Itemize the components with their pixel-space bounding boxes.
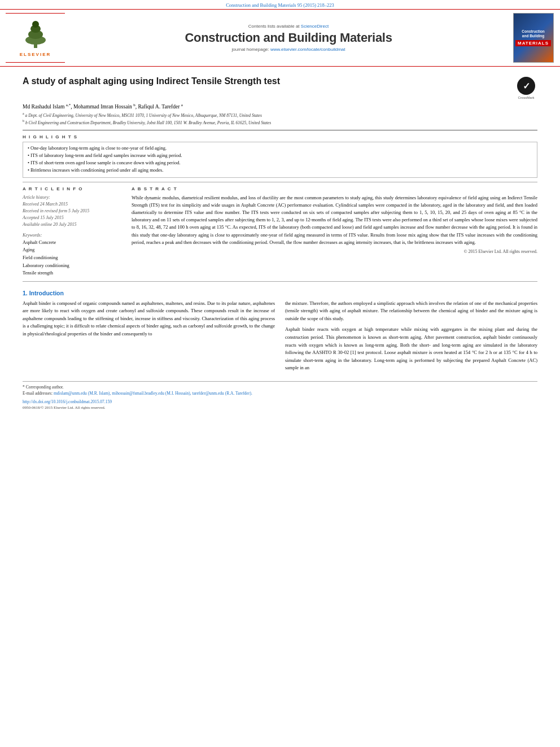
journal-main-title: Construction and Building Materials: [71, 30, 506, 45]
elsevier-logo: ELSEVIER: [6, 13, 65, 63]
highlights-box: One-day laboratory long-term aging is cl…: [23, 142, 537, 178]
keywords-list: Asphalt Concrete Aging Field conditionin…: [23, 239, 121, 277]
email-links[interactable]: mdislam@unm.edu (M.R. Islam), mihossain@…: [54, 391, 252, 396]
abstract-heading: A B S T R A C T: [132, 186, 537, 191]
highlights-heading: H I G H L I G H T S: [23, 134, 537, 139]
article-info-heading: A R T I C L E I N F O: [23, 186, 121, 191]
corresponding-author-label: * Corresponding author.: [23, 385, 64, 390]
affiliation-a: a a Dept. of Civil Engineering, Universi…: [23, 111, 537, 119]
article-info-column: A R T I C L E I N F O Article history: R…: [23, 186, 121, 277]
keywords-heading: Keywords:: [23, 233, 121, 238]
issn-line: 0950-0618/© 2015 Elsevier Ltd. All right…: [23, 405, 537, 410]
cover-title-text: Constructionand Building: [522, 29, 544, 39]
affiliations: a a Dept. of Civil Engineering, Universi…: [23, 111, 537, 126]
cover-materials-label: MATERIALS: [515, 40, 551, 46]
doi-line: http://dx.doi.org/10.1016/j.conbuildmat.…: [23, 399, 537, 404]
doi-link[interactable]: http://dx.doi.org/10.1016/j.conbuildmat.…: [23, 399, 112, 404]
abstract-column: A B S T R A C T While dynamic modulus, d…: [132, 186, 537, 277]
keyword-3: Field conditioning: [23, 254, 121, 262]
affiliation-b: b b Civil Engineering and Construction D…: [23, 119, 537, 126]
main-content: A study of asphalt aging using Indirect …: [0, 67, 560, 417]
contents-available-text: Contents lists available at: [248, 24, 300, 29]
introduction-title: 1. Introduction: [23, 290, 537, 296]
elsevier-tree-icon: [16, 19, 55, 50]
received-date: Received 24 March 2015: [23, 201, 121, 208]
crossmark-label: CrossMark: [518, 96, 534, 99]
article-history-heading: Article history:: [23, 194, 121, 201]
accepted-date: Accepted 15 July 2015: [23, 215, 121, 221]
article-history: Article history: Received 24 March 2015 …: [23, 194, 121, 228]
introduction-section: 1. Introduction Asphalt binder is compos…: [23, 290, 537, 375]
abstract-divider: [23, 281, 537, 282]
intro-left-column: Asphalt binder is composed of organic co…: [23, 300, 275, 375]
highlight-item-1: One-day laboratory long-term aging is cl…: [28, 145, 532, 152]
homepage-url[interactable]: www.elsevier.com/locate/conbuildmat: [270, 47, 345, 52]
cover-thumbnail: Constructionand Building MATERIALS: [513, 13, 554, 63]
journal-title-center: Contents lists available at ScienceDirec…: [71, 13, 506, 63]
corresponding-author-note: * Corresponding author.: [23, 384, 537, 390]
journal-homepage-line: journal homepage: www.elsevier.com/locat…: [71, 47, 506, 52]
highlight-item-2: ITS of laboratory long-term and field ag…: [28, 152, 532, 159]
email-note: E-mail addresses: mdislam@unm.edu (M.R. …: [23, 390, 537, 396]
svg-point-4: [32, 21, 39, 28]
introduction-body: Asphalt binder is composed of organic co…: [23, 300, 537, 375]
authors-line: Md Rashadul Islam a,*, Mohammad Imran Ho…: [23, 103, 537, 110]
journal-header: ELSEVIER Contents lists available at Sci…: [0, 9, 560, 67]
abstract-text: While dynamic modulus, diametrical resil…: [132, 194, 537, 246]
available-date: Available online 20 July 2015: [23, 221, 121, 228]
sciencedirect-link[interactable]: ScienceDirect: [301, 24, 329, 29]
revised-date: Received in revised form 5 July 2015: [23, 208, 121, 215]
keyword-2: Aging: [23, 246, 121, 254]
header-divider: [23, 130, 537, 130]
highlights-list: One-day laboratory long-term aging is cl…: [28, 145, 532, 174]
crossmark-icon: ✓: [517, 77, 535, 95]
elsevier-brand-text: ELSEVIER: [16, 52, 55, 57]
journal-citation-banner: Construction and Building Materials 95 (…: [0, 0, 560, 9]
highlights-divider: [23, 182, 537, 182]
email-label: E-mail addresses:: [23, 391, 53, 396]
copyright-line: © 2015 Elsevier Ltd. All rights reserved…: [132, 249, 537, 254]
keyword-4: Laboratory conditioning: [23, 262, 121, 270]
article-title: A study of asphalt aging using Indirect …: [23, 76, 509, 88]
crossmark-badge: ✓ CrossMark: [515, 77, 537, 99]
highlight-item-3: ITS of short-term oven aged loose sample…: [28, 160, 532, 167]
keyword-1: Asphalt Concrete: [23, 239, 121, 247]
journal-cover-image: Constructionand Building MATERIALS: [512, 13, 554, 63]
footnote-area: * Corresponding author. E-mail addresses…: [23, 381, 537, 410]
keyword-5: Tensile strength: [23, 269, 121, 277]
intro-right-paragraph1: the mixture. Therefore, the authors empl…: [285, 300, 537, 323]
intro-right-paragraph2: Asphalt binder reacts with oxygen at hig…: [285, 326, 537, 372]
intro-left-paragraph: Asphalt binder is composed of organic co…: [23, 300, 275, 338]
journal-citation-text: Construction and Building Materials 95 (…: [226, 2, 334, 8]
highlights-section: H I G H L I G H T S One-day laboratory l…: [23, 134, 537, 178]
article-info-abstract-section: A R T I C L E I N F O Article history: R…: [23, 186, 537, 277]
homepage-label: journal homepage:: [231, 47, 269, 52]
intro-right-column: the mixture. Therefore, the authors empl…: [285, 300, 537, 375]
article-title-section: A study of asphalt aging using Indirect …: [23, 76, 537, 99]
sciencedirect-line: Contents lists available at ScienceDirec…: [71, 24, 506, 29]
highlight-item-4: Brittleness increases with conditioning …: [28, 167, 532, 174]
